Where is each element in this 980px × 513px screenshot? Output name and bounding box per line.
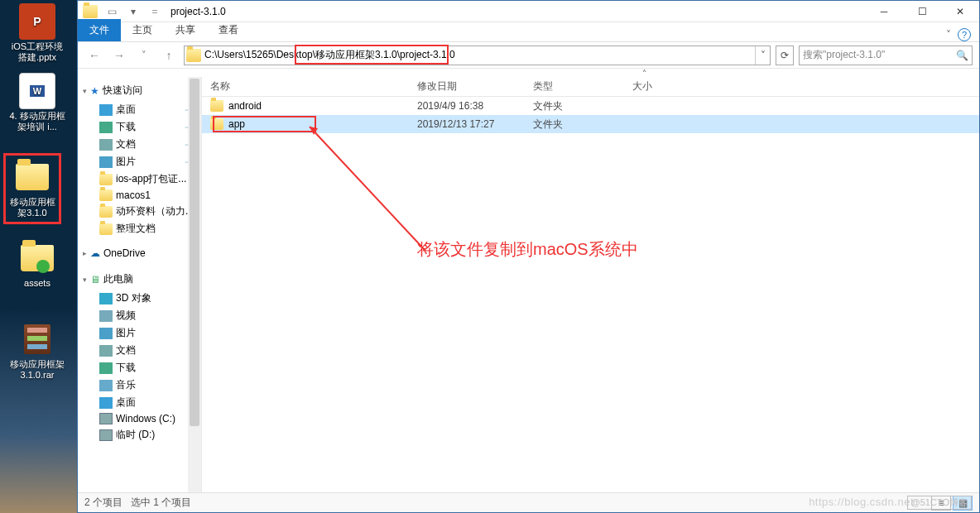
- desktop-icon-label: 4. 移动应用框架培训 i...: [8, 111, 66, 132]
- file-row-android[interactable]: android 2019/4/9 16:38 文件夹: [202, 97, 979, 115]
- qat-newfolder-icon[interactable]: ▾: [124, 2, 142, 21]
- help-icon[interactable]: ?: [958, 28, 971, 41]
- nav-item-documents[interactable]: 文档📌: [91, 136, 201, 153]
- nav-item-drive-d[interactable]: 临时 (D:): [91, 426, 201, 443]
- tab-file[interactable]: 文件: [78, 19, 121, 41]
- qat-properties-icon[interactable]: ▭: [103, 2, 121, 21]
- status-selected-count: 选中 1 个项目: [131, 496, 191, 510]
- nav-item-label: 3D 对象: [116, 291, 151, 305]
- search-icon[interactable]: 🔍: [956, 50, 968, 61]
- column-size[interactable]: 大小: [624, 79, 690, 93]
- maximize-button[interactable]: ☐: [903, 1, 941, 22]
- status-item-count: 2 个项目: [84, 496, 122, 510]
- desktop-icon-label: iOS工程环境搭建.pptx: [8, 41, 66, 63]
- file-name: app: [228, 118, 245, 130]
- nav-item-folder[interactable]: 整理文档: [91, 220, 201, 237]
- nav-recent-button[interactable]: ˅: [134, 46, 154, 65]
- picture-icon: [99, 156, 113, 168]
- address-path[interactable]: C:\Users\15265\Desktop\移动应用框架3.1.0\proje…: [203, 48, 755, 62]
- tab-share[interactable]: 共享: [164, 19, 207, 41]
- address-dropdown-icon[interactable]: ˅: [755, 46, 770, 65]
- minimize-button[interactable]: ─: [865, 1, 903, 22]
- refresh-button[interactable]: ⟳: [776, 46, 794, 65]
- desktop-icon-folder-highlighted[interactable]: 移动应用框架3.1.0: [3, 153, 61, 224]
- desktop-icon-docx[interactable]: W 4. 移动应用框架培训 i...: [8, 73, 66, 132]
- file-list-pane: 名称 修改日期 类型 大小 android 2019/4/9 16:38 文件夹…: [202, 77, 979, 492]
- nav-item-downloads[interactable]: 下载📌: [91, 118, 201, 136]
- nav-item-pictures[interactable]: 图片📌: [91, 153, 201, 170]
- sort-indicator: ˄: [78, 69, 979, 77]
- folder-icon: [19, 240, 55, 276]
- nav-onedrive[interactable]: ▸ ☁ OneDrive: [78, 244, 201, 262]
- nav-up-button[interactable]: ↑: [159, 46, 179, 65]
- expand-icon[interactable]: ▸: [83, 249, 87, 257]
- docx-icon: W: [19, 73, 55, 109]
- tab-view[interactable]: 查看: [207, 19, 250, 41]
- nav-label: 快速访问: [103, 84, 142, 98]
- 3d-icon: [99, 293, 113, 304]
- nav-item-downloads[interactable]: 下载: [91, 359, 201, 376]
- nav-item-drive-c[interactable]: Windows (C:): [91, 411, 201, 426]
- nav-item-3d[interactable]: 3D 对象: [91, 290, 201, 307]
- nav-item-label: 动环资料（动力...: [116, 204, 194, 218]
- desktop-icon-rar[interactable]: 移动应用框架3.1.0.rar: [8, 321, 66, 381]
- drive-icon: [99, 413, 113, 424]
- navpane-scrollbar[interactable]: [188, 77, 201, 492]
- music-icon: [99, 380, 113, 391]
- nav-item-documents[interactable]: 文档: [91, 342, 201, 359]
- folder-icon: [210, 118, 223, 130]
- nav-item-label: 桌面: [116, 396, 136, 410]
- video-icon: [99, 310, 113, 322]
- close-button[interactable]: ✕: [941, 1, 979, 22]
- expand-icon[interactable]: ▾: [83, 276, 87, 284]
- onedrive-icon: ☁: [90, 247, 100, 259]
- nav-this-pc[interactable]: ▾ 🖥 此电脑: [78, 269, 201, 290]
- desktop-icon: [99, 397, 113, 409]
- expand-icon[interactable]: ▾: [83, 87, 87, 95]
- view-details-button[interactable]: ≡: [931, 496, 951, 511]
- pptx-icon: P: [19, 3, 55, 40]
- nav-item-pictures[interactable]: 图片: [91, 324, 201, 342]
- tab-home[interactable]: 主页: [121, 19, 164, 41]
- download-icon: [99, 122, 113, 133]
- nav-item-label: 整理文档: [116, 222, 156, 236]
- nav-item-folder[interactable]: macos1: [91, 188, 201, 203]
- nav-item-label: 临时 (D:): [116, 428, 155, 442]
- folder-icon: [99, 223, 113, 235]
- nav-item-desktop[interactable]: 桌面📌: [91, 101, 201, 118]
- file-list: android 2019/4/9 16:38 文件夹 app 2019/12/1…: [202, 97, 979, 492]
- file-row-app[interactable]: app 2019/12/13 17:27 文件夹: [202, 115, 979, 133]
- nav-back-button[interactable]: ←: [84, 46, 104, 65]
- desktop-icon-pptx[interactable]: P iOS工程环境搭建.pptx: [8, 3, 66, 63]
- nav-item-desktop[interactable]: 桌面: [91, 394, 201, 411]
- nav-item-folder[interactable]: 动环资料（动力...: [91, 203, 201, 220]
- nav-label: OneDrive: [103, 247, 146, 259]
- address-bar[interactable]: C:\Users\15265\Desktop\移动应用框架3.1.0\proje…: [184, 46, 771, 65]
- file-type: 文件夹: [525, 99, 624, 113]
- picture-icon: [99, 328, 113, 339]
- desktop-icon-label: 移动应用框架3.1.0.rar: [8, 359, 66, 381]
- nav-item-video[interactable]: 视频: [91, 307, 201, 324]
- view-large-button[interactable]: ▦: [953, 496, 973, 511]
- nav-label: 此电脑: [103, 272, 133, 286]
- scrollbar-thumb[interactable]: [190, 79, 199, 426]
- drive-icon: [99, 429, 113, 441]
- search-input[interactable]: 搜索"project-3.1.0" 🔍: [799, 46, 973, 65]
- ribbon-expand-icon[interactable]: ˅: [946, 29, 951, 41]
- desktop-icon: [99, 104, 113, 116]
- ribbon-tabs: 文件 主页 共享 查看 ˅ ?: [78, 22, 979, 42]
- nav-item-folder[interactable]: ios-app打包证...: [91, 170, 201, 188]
- nav-forward-button[interactable]: →: [109, 46, 129, 65]
- nav-quick-access[interactable]: ▾ ★ 快速访问: [78, 80, 201, 101]
- column-date[interactable]: 修改日期: [409, 79, 525, 93]
- nav-item-label: 下载: [116, 120, 136, 134]
- nav-item-label: 视频: [116, 309, 136, 323]
- file-type: 文件夹: [525, 117, 624, 132]
- folder-icon: [210, 100, 223, 112]
- window-title: project-3.1.0: [171, 6, 226, 17]
- desktop-icon-label: 移动应用框架3.1.0: [6, 197, 59, 218]
- nav-item-music[interactable]: 音乐: [91, 376, 201, 394]
- column-name[interactable]: 名称: [202, 79, 409, 93]
- desktop-icon-assets[interactable]: assets: [8, 240, 66, 289]
- column-type[interactable]: 类型: [525, 79, 624, 93]
